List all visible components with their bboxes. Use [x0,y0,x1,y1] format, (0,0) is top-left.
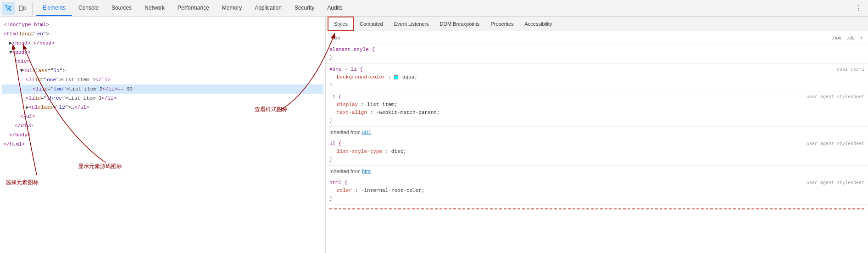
tab-application[interactable]: Application [248,0,288,16]
html-line[interactable]: </body> [2,130,323,140]
css-source-ua: user agent stylesheet [807,93,864,101]
more-options-icon[interactable]: ⋮ [851,4,866,12]
html-line[interactable]: ▼ <ul class="l1"> [2,66,323,75]
tab-properties[interactable]: Properties [485,17,519,31]
tab-security[interactable]: Security [288,0,321,16]
inherited-label-ul: Inherited from ul.l1 [326,127,868,138]
color-swatch-aqua [394,75,398,79]
css-rule-li: user agent stylesheet li { display : lis… [326,91,868,127]
html-line[interactable]: </div> [2,121,323,130]
html-line[interactable]: <!doctype html> [2,20,323,29]
html-line[interactable]: </ul> [2,112,323,121]
tab-computed[interactable]: Computed [354,17,389,31]
tab-event-listeners[interactable]: Event Listeners [389,17,434,31]
elements-panel: <!doctype html> <html lang="en"> ▶ <head… [0,17,326,253]
styles-panel: Styles Computed Event Listeners DOM Brea… [326,17,868,253]
tab-network[interactable]: Network [138,0,171,16]
inherited-link-html[interactable]: html [362,169,372,174]
tab-memory[interactable]: Memory [216,0,248,16]
css-rule-html: user agent stylesheet html { color : -in… [326,177,868,205]
html-line[interactable]: <li id="three"> List item 3 </li> [2,94,323,103]
inherited-link-ul[interactable]: ul.l1 [362,129,371,135]
html-line[interactable]: <div> [2,57,323,66]
select-element-icon[interactable] [2,2,15,15]
styles-subtabs: Styles Computed Event Listeners DOM Brea… [326,17,868,31]
css-source: css1.css:1 [837,66,864,73]
devtools-toolbar: Elements Console Sources Network Perform… [0,0,868,17]
annotation-select-element: 选择元素图标 [6,179,39,186]
css-rule-element-style: element.style { } [326,44,868,64]
css-source-ua-html: user agent stylesheet [807,179,864,187]
filter-bar: :hov .cls + [326,31,868,44]
css-rule-ul: user agent stylesheet ul { list-style-ty… [326,138,868,166]
tab-accessibility[interactable]: Accessibility [519,17,558,31]
styles-content: element.style { } css1.css:1 #one + li {… [326,44,868,253]
html-line[interactable]: ▶ <ul class="l2"> … </ul> [2,103,323,112]
tab-styles[interactable]: Styles [328,17,354,31]
filter-input[interactable] [329,35,830,40]
annotation-source-icon: 显示元素源码图标 [78,163,122,170]
add-style-button[interactable]: + [859,34,864,41]
html-tree: <!doctype html> <html lang="en"> ▶ <head… [0,17,325,152]
device-toggle-icon[interactable] [16,2,28,15]
html-line[interactable]: ▼ <body> [2,48,323,57]
tab-console[interactable]: Console [72,0,105,16]
toolbar-icon-group [2,2,33,15]
svg-rect-1 [23,7,25,10]
cls-button[interactable]: .cls [846,34,856,41]
tab-audits[interactable]: Audits [321,0,349,16]
html-line[interactable]: ▶ <head> … </head> [2,39,323,48]
tab-elements[interactable]: Elements [36,0,72,16]
html-line-selected[interactable]: .. <li id="two"> List item 2 </li> == $0 [2,84,323,94]
tab-sources[interactable]: Sources [105,0,138,16]
svg-rect-0 [19,6,23,11]
css-source-ua-ul: user agent stylesheet [807,140,864,148]
top-tabs: Elements Console Sources Network Perform… [36,0,851,16]
tab-dom-breakpoints[interactable]: DOM Breakpoints [434,17,485,31]
html-line[interactable]: </html> [2,140,323,149]
inherited-label-html: Inherited from html [326,166,868,177]
devtools-main: <!doctype html> <html lang="en"> ▶ <head… [0,17,868,253]
html-line[interactable]: <li id="one"> List item 1 </li> [2,75,323,84]
css-rule-one-li: css1.css:1 #one + li { background-color … [326,64,868,91]
bottom-separator [329,208,864,209]
tab-performance[interactable]: Performance [171,0,216,16]
html-line[interactable]: <html lang="en"> [2,29,323,39]
hov-button[interactable]: :hov [830,34,843,41]
